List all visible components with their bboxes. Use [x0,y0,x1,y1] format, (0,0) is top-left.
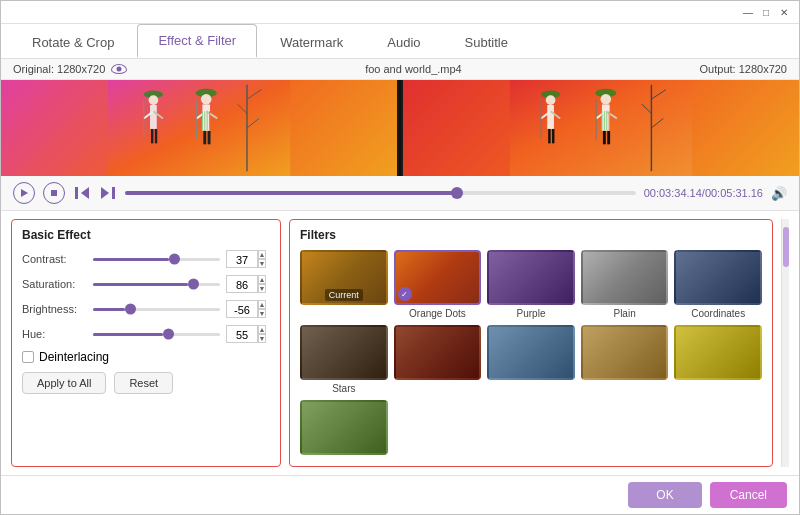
svg-rect-36 [602,104,610,130]
play-button[interactable] [13,182,35,204]
stop-button[interactable] [43,182,65,204]
scroll-thumb [783,227,789,267]
svg-rect-15 [208,131,211,144]
contrast-row: Contrast: 37 ▲ ▼ [22,250,270,268]
progress-fill [125,191,457,195]
cancel-button[interactable]: Cancel [710,482,787,508]
title-bar: — □ ✕ [1,1,799,24]
tab-effect-filter[interactable]: Effect & Filter [137,24,257,58]
svg-point-10 [201,94,212,105]
contrast-spinbox[interactable]: 37 ▲ ▼ [226,250,270,268]
ok-button[interactable]: OK [628,482,701,508]
next-button[interactable] [99,184,117,202]
svg-rect-51 [51,190,57,196]
filter-thumb-row2d [674,325,762,380]
svg-rect-3 [150,105,157,129]
saturation-label: Saturation: [22,278,87,290]
eye-icon[interactable] [111,64,127,74]
volume-icon[interactable]: 🔊 [771,186,787,201]
brightness-up[interactable]: ▲ [258,300,266,309]
filter-label-purple: Purple [517,308,546,319]
original-resolution: Original: 1280x720 [13,63,105,75]
svg-rect-14 [203,131,206,144]
tab-watermark[interactable]: Watermark [259,26,364,58]
scroll-bar[interactable] [781,219,789,467]
hue-slider[interactable] [93,327,220,341]
info-left: Original: 1280x720 [13,63,127,75]
saturation-value: 86 [226,275,258,293]
contrast-label: Contrast: [22,253,87,265]
filter-item-plain[interactable]: Plain [581,250,669,319]
svg-marker-54 [101,187,109,199]
filters-panel: Filters Current ✓ Orange Dots [289,219,773,467]
filter-item-row2b[interactable] [487,325,575,394]
reset-button[interactable]: Reset [114,372,173,394]
saturation-spinbox[interactable]: 86 ▲ ▼ [226,275,270,293]
svg-rect-39 [603,131,606,144]
brightness-value: -56 [226,300,258,318]
contrast-slider[interactable] [93,252,220,266]
filter-thumb-row2c [581,325,669,380]
svg-rect-7 [155,129,157,143]
main-window: — □ ✕ Rotate & Crop Effect & Filter Wate… [0,0,800,515]
filter-thumb-row2b [487,325,575,380]
hue-spinbox[interactable]: 55 ▲ ▼ [226,325,270,343]
preview-divider [399,80,401,176]
playback-bar: 00:03:34.14/00:05:31.16 🔊 [1,176,799,211]
hue-row: Hue: 55 ▲ ▼ [22,325,270,343]
filter-item-coordinates[interactable]: Coordinates [674,250,762,319]
progress-thumb [451,187,463,199]
svg-rect-28 [547,105,554,129]
filter-thumb-row2e [300,400,388,455]
saturation-down[interactable]: ▼ [258,284,266,293]
contrast-up[interactable]: ▲ [258,250,266,259]
tab-rotate-crop[interactable]: Rotate & Crop [11,26,135,58]
basic-effect-panel: Basic Effect Contrast: 37 ▲ ▼ [11,219,281,467]
saturation-slider[interactable] [93,277,220,291]
filter-item-row2e[interactable] [300,400,388,458]
hue-up[interactable]: ▲ [258,325,266,334]
saturation-row: Saturation: 86 ▲ ▼ [22,275,270,293]
saturation-up[interactable]: ▲ [258,275,266,284]
minimize-button[interactable]: — [741,5,755,19]
brightness-row: Brightness: -56 ▲ ▼ [22,300,270,318]
filter-item-row2d[interactable] [674,325,762,394]
filter-thumb-plain [581,250,669,305]
svg-point-35 [601,94,612,105]
basic-effect-title: Basic Effect [22,228,270,242]
close-button[interactable]: ✕ [777,5,791,19]
filter-item-row2c[interactable] [581,325,669,394]
hue-down[interactable]: ▼ [258,334,266,343]
prev-button[interactable] [73,184,91,202]
tab-bar: Rotate & Crop Effect & Filter Watermark … [1,24,799,59]
output-resolution: Output: 1280x720 [700,63,787,75]
filters-title: Filters [300,228,762,242]
maximize-button[interactable]: □ [759,5,773,19]
saturation-fill [93,283,188,286]
contrast-down[interactable]: ▼ [258,259,266,268]
hue-value: 55 [226,325,258,343]
filter-label-stars: Stars [332,383,355,394]
filter-thumb-current: Current [300,250,388,305]
brightness-label: Brightness: [22,303,87,315]
brightness-down[interactable]: ▼ [258,309,266,318]
progress-bar[interactable] [125,191,636,195]
deinterlacing-checkbox[interactable] [22,351,34,363]
brightness-spinbox[interactable]: -56 ▲ ▼ [226,300,270,318]
selected-check-icon: ✓ [398,287,412,301]
filter-label-orange-dots: Orange Dots [409,308,466,319]
brightness-slider[interactable] [93,302,220,316]
filter-item-stars[interactable]: Stars [300,325,388,394]
filter-item-orange-dots[interactable]: ✓ Orange Dots [394,250,482,319]
svg-rect-40 [607,131,610,144]
filter-item-current[interactable]: Current [300,250,388,319]
apply-to-all-button[interactable]: Apply to All [22,372,106,394]
filter-item-row2a[interactable] [394,325,482,394]
main-content: Basic Effect Contrast: 37 ▲ ▼ [1,211,799,475]
filter-item-purple[interactable]: Purple [487,250,575,319]
filter-thumb-stars [300,325,388,380]
tab-subtitle[interactable]: Subtitle [444,26,529,58]
svg-marker-52 [81,187,89,199]
tab-audio[interactable]: Audio [366,26,441,58]
svg-marker-50 [21,189,28,197]
